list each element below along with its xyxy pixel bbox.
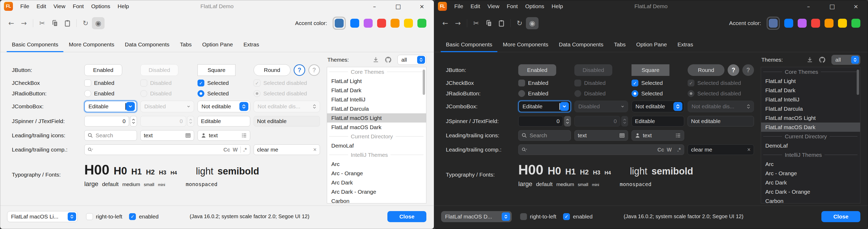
radio-checked-icon[interactable] [197,90,204,97]
radio-checked-icon[interactable] [631,90,638,97]
accent-swatch-green[interactable] [417,19,426,28]
accent-swatch-orange[interactable] [391,19,400,28]
theme-list-item[interactable]: FlatLaf Darcula [761,104,860,113]
theme-list-item[interactable]: FlatLaf Dark [327,86,426,95]
cut-button[interactable]: ✂ [36,17,49,29]
minimize-button[interactable]: – [363,0,386,12]
tab-extras[interactable]: Extras [238,38,265,52]
theme-list-item[interactable]: FlatLaf Light [761,77,860,86]
accent-swatch-red[interactable] [811,19,820,28]
checkbox-enabled[interactable]: Enabled [518,80,571,86]
back-button[interactable]: ← [439,17,452,29]
combobox-stepper-button[interactable] [239,102,248,111]
minimize-button[interactable]: – [797,0,820,12]
theme-list-item[interactable]: Arc Dark [761,178,860,187]
themes-filter-combobox[interactable]: all [831,55,860,65]
radio-selected[interactable]: Selected [631,90,684,97]
forward-button[interactable]: → [452,17,464,29]
theme-list-item[interactable]: Arc [761,160,860,169]
accent-swatch-yellow[interactable] [404,19,413,28]
theme-list-item[interactable]: FlatLaf IntelliJ [327,95,426,104]
close-window-button[interactable]: × [410,0,434,12]
accent-swatch-purple[interactable] [364,19,373,28]
radio-icon[interactable] [84,90,91,97]
theme-list-item[interactable]: FlatLaf IntelliJ [761,95,860,104]
theme-list-item[interactable]: FlatLaf macOS Light [761,113,860,122]
theme-list-item[interactable]: FlatLaf Light [327,77,426,86]
accent-swatch-default[interactable] [769,19,778,28]
menu-options[interactable]: Options [87,1,114,11]
checkbox-icon[interactable] [520,213,527,220]
close-button[interactable]: Close [388,211,426,222]
theme-list-item[interactable]: Arc - Orange [327,169,426,178]
spinner-enabled[interactable]: 0 [518,116,571,126]
menu-view[interactable]: View [50,1,69,11]
scrollbar-thumb[interactable] [857,69,859,95]
theme-list-item[interactable]: FlatLaf macOS Dark [327,122,426,132]
maximize-button[interactable]: □ [386,0,410,12]
right-to-left-checkbox[interactable]: right-to-left [520,213,556,220]
look-and-feel-stepper[interactable] [68,212,76,221]
accent-swatch-yellow[interactable] [838,19,847,28]
tab-basic-components[interactable]: Basic Components [441,38,497,52]
menu-file[interactable]: File [17,1,33,11]
themes-filter-combobox[interactable]: all [397,55,426,65]
menu-font[interactable]: Font [503,1,521,11]
paste-button[interactable] [61,17,74,29]
enabled-checkbox[interactable]: ✓ enabled [563,213,592,220]
tab-data-components[interactable]: Data Components [120,38,175,52]
tab-data-components[interactable]: Data Components [554,38,609,52]
checkbox-checked-icon[interactable]: ✓ [129,213,136,220]
enabled-button[interactable]: Enabled [518,64,556,76]
search-dropdown-button[interactable] [522,147,527,152]
textfield-editable[interactable]: Editable [197,116,250,126]
combobox-arrow-button[interactable] [126,102,135,111]
search-with-options-field[interactable]: Cc W .* [518,144,684,155]
theme-list-item[interactable]: Arc - Orange [761,169,860,178]
radio-selected[interactable]: Selected [197,90,250,97]
text-field-value[interactable]: text [209,132,239,139]
theme-list-item[interactable]: Arc [327,160,426,169]
accent-swatch-blue[interactable] [784,19,793,28]
look-and-feel-stepper[interactable] [502,212,510,221]
github-button[interactable] [385,56,392,63]
combobox-editable[interactable]: Editable [84,101,137,112]
scrollbar-thumb[interactable] [423,69,425,95]
text-field-value[interactable]: text [144,132,183,139]
tab-basic-components[interactable]: Basic Components [7,38,63,52]
textfield-editable-value[interactable]: Editable [201,118,221,124]
enabled-button[interactable]: Enabled [84,64,122,76]
clear-me-field[interactable]: clear me × [254,144,320,155]
help-button[interactable]: ? [293,64,305,76]
match-case-button[interactable]: Cc [223,147,230,153]
combobox-editable-value[interactable]: Editable [89,103,125,110]
hover-toggle-button[interactable]: ◉ [92,17,104,29]
combobox-not-editable[interactable]: Not editable [631,101,684,112]
tab-tabs[interactable]: Tabs [175,38,197,52]
theme-list-item[interactable]: Carbon [761,196,860,203]
round-button[interactable]: Round [254,64,290,76]
paste-button[interactable] [495,17,508,29]
match-case-button[interactable]: Cc [657,147,664,153]
close-button[interactable]: Close [822,211,860,222]
checkbox-icon[interactable] [84,80,91,86]
github-button[interactable] [819,56,826,63]
copy-button[interactable] [49,17,61,29]
menu-font[interactable]: Font [69,1,87,11]
theme-list-item[interactable]: FlatLaf macOS Light [327,113,426,122]
checkbox-icon[interactable] [86,213,93,220]
help-button[interactable]: ? [727,64,739,76]
checkbox-icon[interactable] [518,80,525,86]
clear-me-value[interactable]: clear me [691,146,744,153]
square-button[interactable]: Square [631,64,670,76]
whole-word-button[interactable]: W [667,147,672,153]
regex-button[interactable]: .* [243,147,247,153]
search-dropdown-button[interactable] [88,147,93,152]
search-field[interactable]: Search [518,130,571,141]
text-field-calendar[interactable]: text [141,130,194,141]
checkbox-checked-icon[interactable]: ✓ [197,80,204,86]
themes-filter-stepper[interactable] [851,56,859,64]
clear-me-value[interactable]: clear me [257,146,310,153]
theme-list-item[interactable]: Arc Dark - Orange [327,187,426,196]
theme-list-item[interactable]: Carbon [327,196,426,203]
